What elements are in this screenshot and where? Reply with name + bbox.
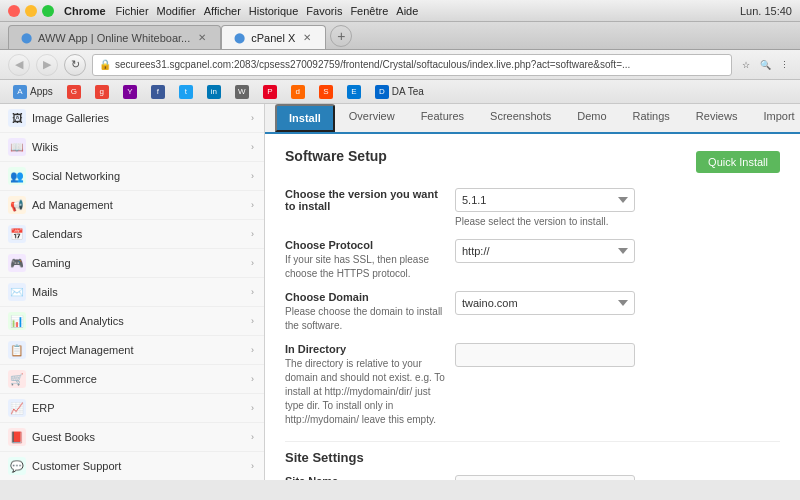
tab-features[interactable]: Features — [409, 104, 476, 132]
sidebar: 🖼 Image Galleries › 📖 Wikis › 👥 Social N… — [0, 104, 265, 480]
version-label: Choose the version you want to install — [285, 188, 445, 212]
directory-desc: The directory is relative to your domain… — [285, 357, 445, 427]
bookmark-pinterest[interactable]: P — [258, 83, 282, 101]
guest-books-icon: 📕 — [8, 428, 26, 446]
close-button[interactable] — [8, 5, 20, 17]
protocol-row: Choose Protocol If your site has SSL, th… — [285, 239, 780, 281]
tab-demo[interactable]: Demo — [565, 104, 618, 132]
domain-row: Choose Domain Please choose the domain t… — [285, 291, 780, 333]
sidebar-item-customer-support[interactable]: 💬 Customer Support › — [0, 452, 264, 480]
sidebar-item-ad-management[interactable]: 📢 Ad Management › — [0, 191, 264, 220]
reload-button[interactable]: ↻ — [64, 54, 86, 76]
new-tab-button[interactable]: + — [330, 25, 352, 47]
sidebar-item-project-management[interactable]: 📋 Project Management › — [0, 336, 264, 365]
bookmark-google[interactable]: G — [62, 83, 86, 101]
menu-fenetre[interactable]: Fenêtre — [350, 5, 388, 17]
directory-input[interactable] — [455, 343, 635, 367]
tab-overview[interactable]: Overview — [337, 104, 407, 132]
tab-aww-close[interactable]: ✕ — [196, 32, 208, 44]
wikis-icon: 📖 — [8, 138, 26, 156]
forward-button[interactable]: ▶ — [36, 54, 58, 76]
tab-cpanel[interactable]: ⬤ cPanel X ✕ — [221, 25, 326, 49]
sidebar-item-ecommerce[interactable]: 🛒 E-Commerce › — [0, 365, 264, 394]
bookmark-da[interactable]: D DA Tea — [370, 83, 429, 101]
protocol-label: Choose Protocol — [285, 239, 445, 251]
content-tabs: Install Overview Features Screenshots De… — [265, 104, 800, 134]
version-row: Choose the version you want to install 5… — [285, 188, 780, 229]
site-name-label: Site Name — [285, 475, 445, 480]
sidebar-item-guest-books[interactable]: 📕 Guest Books › — [0, 423, 264, 452]
tab-ratings[interactable]: Ratings — [621, 104, 682, 132]
sidebar-item-gaming[interactable]: 🎮 Gaming › — [0, 249, 264, 278]
app-name: Chrome — [64, 5, 106, 17]
sidebar-item-wikis[interactable]: 📖 Wikis › — [0, 133, 264, 162]
ecommerce-icon: 🛒 — [8, 370, 26, 388]
version-select[interactable]: 5.1.1 5.0.4 4.9.22 — [455, 188, 635, 212]
bookmark-linkedin[interactable]: in — [202, 83, 226, 101]
sidebar-item-image-galleries[interactable]: 🖼 Image Galleries › — [0, 104, 264, 133]
tab-aww[interactable]: ⬤ AWW App | Online Whiteboar... ✕ — [8, 25, 221, 49]
tab-install[interactable]: Install — [275, 104, 335, 132]
tab-screenshots[interactable]: Screenshots — [478, 104, 563, 132]
bookmark-d[interactable]: d — [286, 83, 310, 101]
menu-modifier[interactable]: Modifier — [157, 5, 196, 17]
gaming-icon: 🎮 — [8, 254, 26, 272]
customer-support-icon: 💬 — [8, 457, 26, 475]
bookmark-gmail[interactable]: g — [90, 83, 114, 101]
social-networking-icon: 👥 — [8, 167, 26, 185]
search-icon[interactable]: 🔍 — [757, 57, 773, 73]
address-text: securees31.sgcpanel.com:2083/cpsess27009… — [115, 59, 725, 70]
tab-cpanel-close[interactable]: ✕ — [301, 32, 313, 44]
site-name-row: Site Name — [285, 475, 780, 480]
domain-select[interactable]: twaino.com — [455, 291, 635, 315]
menu-historique[interactable]: Historique — [249, 5, 299, 17]
tab-bar: ⬤ AWW App | Online Whiteboar... ✕ ⬤ cPan… — [0, 22, 800, 50]
d-icon: d — [291, 85, 305, 99]
maximize-button[interactable] — [42, 5, 54, 17]
address-bar[interactable]: 🔒 securees31.sgcpanel.com:2083/cpsess270… — [92, 54, 732, 76]
quick-install-button[interactable]: Quick Install — [696, 151, 780, 173]
apps-icon: A — [13, 85, 27, 99]
menu-favoris[interactable]: Favoris — [306, 5, 342, 17]
sidebar-item-social-networking[interactable]: 👥 Social Networking › — [0, 162, 264, 191]
bookmark-apps[interactable]: A Apps — [8, 83, 58, 101]
site-name-input[interactable] — [455, 475, 635, 480]
bookmark-w[interactable]: W — [230, 83, 254, 101]
e-icon: E — [347, 85, 361, 99]
bookmark-twitter[interactable]: t — [174, 83, 198, 101]
form-area: Software Setup Quick Install Choose the … — [265, 134, 800, 480]
bookmark-star-icon[interactable]: ☆ — [738, 57, 754, 73]
tab-import[interactable]: Import — [751, 104, 800, 132]
sidebar-item-polls[interactable]: 📊 Polls and Analytics › — [0, 307, 264, 336]
sidebar-item-calendars[interactable]: 📅 Calendars › — [0, 220, 264, 249]
bookmark-yahoo[interactable]: Y — [118, 83, 142, 101]
menu-dots-icon[interactable]: ⋮ — [776, 57, 792, 73]
bookmark-facebook[interactable]: f — [146, 83, 170, 101]
menu-aide[interactable]: Aide — [396, 5, 418, 17]
sidebar-item-mails[interactable]: ✉️ Mails › — [0, 278, 264, 307]
bookmark-s[interactable]: S — [314, 83, 338, 101]
image-galleries-icon: 🖼 — [8, 109, 26, 127]
pinterest-icon: P — [263, 85, 277, 99]
domain-desc: Please choose the domain to install the … — [285, 305, 445, 333]
window-controls — [8, 5, 54, 17]
bookmark-e[interactable]: E — [342, 83, 366, 101]
google-icon: G — [67, 85, 81, 99]
minimize-button[interactable] — [25, 5, 37, 17]
calendars-icon: 📅 — [8, 225, 26, 243]
menu-fichier[interactable]: Fichier — [116, 5, 149, 17]
version-desc: Please select the version to install. — [455, 215, 780, 229]
sidebar-item-erp[interactable]: 📈 ERP › — [0, 394, 264, 423]
tab-reviews[interactable]: Reviews — [684, 104, 750, 132]
main-area: 🖼 Image Galleries › 📖 Wikis › 👥 Social N… — [0, 104, 800, 480]
site-settings-title: Site Settings — [285, 441, 780, 465]
mails-icon: ✉️ — [8, 283, 26, 301]
da-icon: D — [375, 85, 389, 99]
protocol-select[interactable]: http:// https:// — [455, 239, 635, 263]
menu-afficher[interactable]: Afficher — [204, 5, 241, 17]
twitter-icon: t — [179, 85, 193, 99]
nav-bar: ◀ ▶ ↻ 🔒 securees31.sgcpanel.com:2083/cps… — [0, 50, 800, 80]
system-time: Lun. 15:40 — [740, 5, 792, 17]
back-button[interactable]: ◀ — [8, 54, 30, 76]
directory-row: In Directory The directory is relative t… — [285, 343, 780, 427]
